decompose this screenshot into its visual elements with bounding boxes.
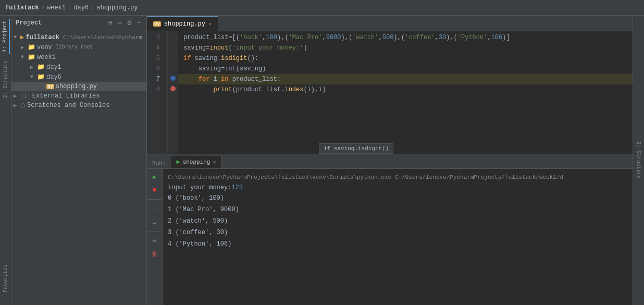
tree-label-fullstack: fullstack (26, 34, 59, 41)
gutter-7 (168, 73, 178, 83)
line-num-6: 6 (147, 64, 163, 74)
code-token: ( (228, 43, 232, 53)
editor-tabs: py shopping.py ✕ (147, 16, 633, 31)
tooltip-text: if saving.isdigit() (324, 145, 389, 152)
run-panel: Run: ▶ shopping ✕ ▶ ■ ⇩ ↵ (147, 154, 633, 305)
arrow-day6: ▼ (30, 74, 35, 80)
line-numbers: 3 4 5 6 7 8 (147, 31, 168, 154)
code-token: int (225, 64, 236, 74)
arrow-scratches: ▶ (14, 102, 19, 108)
tab-close-icon[interactable]: ✕ (208, 21, 212, 27)
current-line-indicator (170, 76, 176, 81)
folder-icon-venv: 📁 (28, 43, 35, 51)
tree-item-shopping[interactable]: ▶ py shopping.py (11, 82, 146, 91)
run-print-button[interactable]: ⊟ (149, 235, 160, 246)
code-token: ),( (277, 32, 289, 43)
code-token: product_list (183, 32, 228, 43)
run-output: C:\Users\lenovo\PycharmProjects\fullstac… (163, 169, 633, 305)
toolbar-settings-icon[interactable]: ⚙ (126, 17, 132, 28)
folder-icon-day1: 📁 (37, 63, 45, 71)
code-area[interactable]: 3 4 5 6 7 8 (147, 31, 633, 154)
tree-label-external: External Libraries (32, 92, 100, 100)
title-bar: fullstack › week1 › day6 › shopping.py (0, 0, 644, 16)
toolbar-browse-icon[interactable]: ⊕ (107, 17, 113, 28)
code-token: 'input your money:' (232, 43, 304, 53)
sidebar-item-favorites[interactable]: Favorites (2, 262, 9, 295)
run-output-line-3: 2 ('watch', 500) (168, 216, 627, 226)
code-token: (product_list. (232, 84, 285, 95)
code-token: = (221, 64, 225, 74)
toolbar-collapse-icon[interactable]: ⇔ (117, 17, 123, 28)
tab-shopping[interactable]: py shopping.py ✕ (147, 16, 218, 31)
run-play-button[interactable]: ▶ (149, 171, 160, 182)
arrow-fullstack: ▼ (14, 34, 19, 40)
title-project: fullstack (5, 4, 39, 11)
run-tab-shopping[interactable]: ▶ shopping ✕ (171, 155, 221, 168)
code-line-3: product_list=[('book',100),('Mac Pro',90… (178, 32, 633, 43)
tree-item-day6[interactable]: ▼ 📁 day6 (11, 72, 146, 82)
sidebar-item-structure-right[interactable]: 2: Structure (635, 139, 642, 181)
tree-sublabel-venv: library root (56, 44, 93, 50)
code-token: saving (183, 43, 206, 53)
code-token: ) (303, 43, 307, 53)
tree-item-fullstack[interactable]: ▼ ▶ fullstack C:\Users\lenovo\Pycharm (11, 32, 146, 42)
gutter-4 (168, 42, 178, 52)
code-token: 100 (266, 32, 277, 43)
run-tab-icon: ▶ (176, 158, 180, 166)
right-sidebar: 2: Structure (633, 16, 644, 305)
line-num-7: 7 (147, 74, 163, 84)
tree-item-week1[interactable]: ▼ 📁 week1 (11, 52, 146, 62)
sidebar-item-structure[interactable]: 2: Structure (2, 58, 9, 100)
folder-icon-external: ||| (20, 93, 31, 99)
code-token: print (214, 84, 232, 95)
code-token: , (379, 32, 382, 43)
tab-label: shopping.py (164, 20, 205, 28)
run-output-line-4: 3 ('coffee', 30) (168, 227, 627, 238)
run-trash-button[interactable]: 🗑 (149, 248, 160, 260)
breakpoint-dot (170, 86, 176, 91)
tree-item-day1[interactable]: ▶ 📁 day1 (11, 62, 146, 72)
gutter (168, 31, 178, 154)
toolbar-minimize-icon[interactable]: − (136, 18, 142, 28)
left-sidebar: 1: Project 2: Structure Favorites (0, 16, 11, 305)
code-token: (i),i) (303, 84, 326, 95)
code-token: 'Mac Pro' (289, 32, 323, 43)
tree-label-venv: venv (37, 44, 52, 51)
code-line-6: saving=int(saving) (178, 64, 633, 74)
main-layout: 1: Project 2: Structure Favorites Projec… (0, 16, 644, 305)
run-separator2 (147, 231, 162, 231)
run-softwrap-button[interactable]: ↵ (149, 216, 160, 228)
project-toolbar: Project ⊕ ⇔ ⚙ − (11, 16, 146, 30)
gutter-5 (168, 52, 178, 63)
run-stop-button[interactable]: ■ (149, 185, 160, 196)
run-output-line-0: input your money:123 (168, 182, 627, 193)
run-tab-label: shopping (183, 159, 210, 165)
code-token: index (284, 84, 303, 95)
tree-item-scratches[interactable]: ▶ ⬡ Scratches and Consoles (11, 101, 146, 110)
code-token: , (487, 32, 491, 43)
code-token: , (262, 32, 266, 43)
code-content[interactable]: product_list=[('book',100),('Mac Pro',90… (178, 31, 633, 154)
code-token: ( (236, 32, 240, 43)
code-token: (): (247, 53, 258, 64)
run-output-line-2: 1 ('Mac Pro', 9000) (168, 204, 627, 215)
tree-item-venv[interactable]: ▶ 📁 venv library root (11, 42, 146, 52)
sep2: › (68, 4, 71, 11)
run-label-text: Run: (152, 160, 166, 166)
code-token: 'book' (240, 32, 262, 43)
code-token: i (209, 74, 221, 84)
tree-item-external[interactable]: ▶ ||| External Libraries (11, 91, 146, 101)
run-separator (147, 199, 162, 200)
code-token: ),( (393, 32, 405, 43)
code-line-5: if saving.isdigit(): (178, 53, 633, 64)
editor-area: py shopping.py ✕ 3 4 5 6 7 8 (147, 16, 633, 305)
run-scroll-button[interactable]: ⇩ (149, 203, 160, 214)
code-token: in (221, 74, 228, 84)
code-line-7: for i in product_list: (178, 74, 633, 84)
code-token: 'watch' (352, 32, 378, 43)
run-tab-close-icon[interactable]: ✕ (213, 159, 216, 165)
arrow-week1: ▼ (21, 54, 26, 60)
sidebar-item-project[interactable]: 1: Project (1, 19, 10, 54)
code-token: saving. (191, 53, 221, 64)
py-icon-shopping: py (46, 84, 54, 89)
